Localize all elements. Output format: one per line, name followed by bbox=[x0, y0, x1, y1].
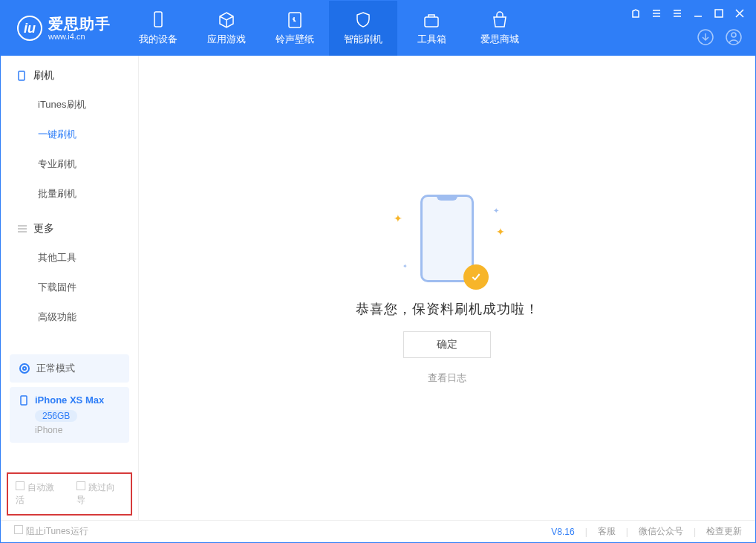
sidebar: 刷机 iTunes刷机 一键刷机 专业刷机 批量刷机 更多 其他工具 下载固件 … bbox=[1, 56, 139, 520]
nav-store[interactable]: 爱思商城 bbox=[466, 1, 534, 56]
svg-rect-2 bbox=[425, 17, 438, 27]
app-subtitle: www.i4.cn bbox=[48, 32, 111, 41]
maximize-icon[interactable] bbox=[714, 8, 724, 19]
header-actions bbox=[697, 28, 743, 46]
app-logo: iu 爱思助手 www.i4.cn bbox=[1, 1, 124, 56]
nav-label: 工具箱 bbox=[417, 33, 446, 46]
store-icon bbox=[490, 10, 509, 30]
svg-point-6 bbox=[731, 33, 736, 37]
version-label: V8.16 bbox=[551, 527, 574, 537]
header: iu 爱思助手 www.i4.cn 我的设备 应用游戏 铃声壁纸 智能刷机 工具… bbox=[1, 1, 755, 56]
phone-icon bbox=[17, 71, 27, 81]
view-log-link[interactable]: 查看日志 bbox=[428, 371, 466, 385]
sidebar-item-itunes-flash[interactable]: iTunes刷机 bbox=[1, 90, 138, 120]
footer-link-wechat[interactable]: 微信公众号 bbox=[639, 525, 683, 538]
highlighted-options: 自动激活 跳过向导 bbox=[7, 472, 132, 516]
sidebar-section-more: 更多 bbox=[1, 209, 138, 243]
nav-label: 爱思商城 bbox=[480, 33, 519, 46]
nav-label: 智能刷机 bbox=[344, 33, 382, 46]
sidebar-item-oneclick-flash[interactable]: 一键刷机 bbox=[1, 120, 138, 149]
ok-button[interactable]: 确定 bbox=[403, 331, 491, 358]
mode-box[interactable]: 正常模式 bbox=[10, 354, 129, 383]
download-icon[interactable] bbox=[697, 28, 714, 46]
footer-link-support[interactable]: 客服 bbox=[598, 525, 616, 538]
svg-point-8 bbox=[20, 364, 29, 373]
close-icon[interactable] bbox=[734, 8, 745, 19]
device-box[interactable]: iPhone XS Max 256GB iPhone bbox=[10, 387, 129, 443]
svg-rect-3 bbox=[715, 10, 723, 17]
section-title: 刷机 bbox=[33, 69, 54, 82]
footer: 阻止iTunes运行 V8.16 | 客服 | 微信公众号 | 检查更新 bbox=[1, 520, 755, 542]
success-illustration: ✦✦✦✦ bbox=[410, 192, 484, 287]
svg-rect-7 bbox=[19, 71, 25, 80]
more-icon bbox=[17, 224, 27, 234]
user-icon[interactable] bbox=[725, 28, 743, 46]
footer-link-update[interactable]: 检查更新 bbox=[706, 525, 742, 538]
toolbox-icon bbox=[422, 10, 441, 30]
minimize-icon[interactable] bbox=[693, 8, 703, 19]
auto-activate-checkbox[interactable]: 自动激活 bbox=[16, 481, 63, 507]
sidebar-item-advanced[interactable]: 高级功能 bbox=[1, 302, 138, 332]
main-nav: 我的设备 应用游戏 铃声壁纸 智能刷机 工具箱 爱思商城 bbox=[124, 1, 534, 56]
check-badge-icon bbox=[463, 264, 489, 290]
svg-point-9 bbox=[23, 367, 26, 370]
list-icon[interactable] bbox=[651, 8, 662, 19]
device-type: iPhone bbox=[35, 425, 120, 435]
nav-my-device[interactable]: 我的设备 bbox=[124, 1, 192, 56]
section-title: 更多 bbox=[33, 222, 54, 235]
music-icon bbox=[285, 10, 304, 30]
device-name: iPhone XS Max bbox=[35, 394, 104, 406]
nav-apps-games[interactable]: 应用游戏 bbox=[192, 1, 261, 56]
device-icon bbox=[19, 395, 29, 406]
device-capacity: 256GB bbox=[35, 410, 77, 422]
app-title: 爱思助手 bbox=[48, 16, 111, 32]
cube-icon bbox=[217, 10, 236, 30]
sidebar-item-pro-flash[interactable]: 专业刷机 bbox=[1, 149, 138, 179]
svg-rect-0 bbox=[154, 12, 162, 27]
main-content: ✦✦✦✦ 恭喜您，保资料刷机成功啦！ 确定 查看日志 bbox=[139, 56, 755, 520]
mode-label: 正常模式 bbox=[36, 362, 75, 375]
block-itunes-checkbox[interactable]: 阻止iTunes运行 bbox=[14, 525, 88, 538]
skip-guide-checkbox[interactable]: 跳过向导 bbox=[76, 481, 124, 507]
sidebar-item-batch-flash[interactable]: 批量刷机 bbox=[1, 179, 138, 209]
menu-icon[interactable] bbox=[672, 8, 682, 19]
device-icon bbox=[149, 10, 168, 30]
logo-icon: iu bbox=[17, 16, 42, 41]
checkbox-label: 阻止iTunes运行 bbox=[26, 526, 88, 536]
mode-icon bbox=[19, 362, 30, 374]
nav-label: 我的设备 bbox=[139, 33, 177, 46]
nav-flash[interactable]: 智能刷机 bbox=[329, 1, 397, 56]
svg-rect-10 bbox=[21, 396, 27, 405]
nav-toolbox[interactable]: 工具箱 bbox=[397, 1, 466, 56]
shield-icon bbox=[353, 10, 373, 30]
sidebar-item-download-fw[interactable]: 下载固件 bbox=[1, 273, 138, 302]
shirt-icon[interactable] bbox=[630, 8, 641, 19]
nav-label: 铃声壁纸 bbox=[276, 33, 314, 46]
sidebar-section-flash: 刷机 bbox=[1, 56, 138, 90]
nav-ringtones[interactable]: 铃声壁纸 bbox=[261, 1, 329, 56]
sidebar-item-other-tools[interactable]: 其他工具 bbox=[1, 243, 138, 273]
nav-label: 应用游戏 bbox=[207, 33, 246, 46]
success-message: 恭喜您，保资料刷机成功啦！ bbox=[356, 300, 539, 318]
